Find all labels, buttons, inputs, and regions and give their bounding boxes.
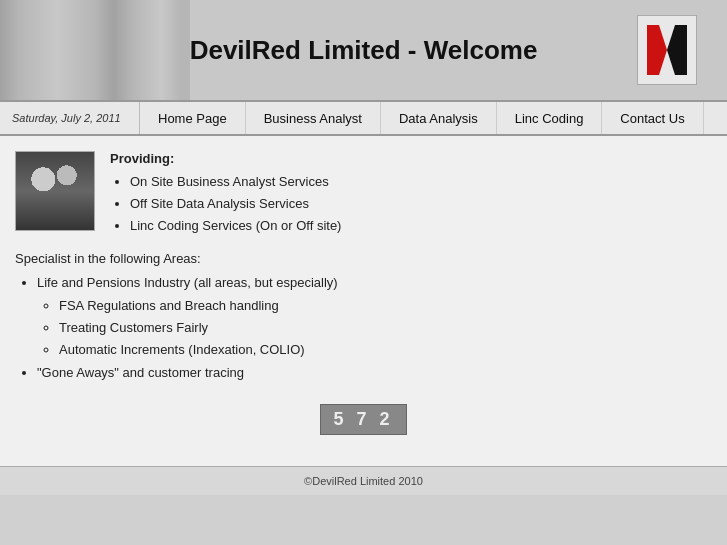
page-wrapper: DevilRed Limited - Welcome Saturday, Jul… [0,0,727,495]
sub-item-2: Treating Customers Fairly [59,317,712,339]
specialist-section: Specialist in the following Areas: Life … [15,251,712,384]
nav-item-linc-coding[interactable]: Linc Coding [497,102,603,134]
counter-box: 5 7 2 [320,404,406,435]
page-title: DevilRed Limited - Welcome [0,35,727,66]
nav-item-contact-us[interactable]: Contact Us [602,102,703,134]
copyright-text: ©DevilRed Limited 2010 [304,475,423,487]
specialist-item-1: Life and Pensions Industry (all areas, b… [37,271,712,361]
counter-area: 5 7 2 [15,404,712,435]
specialist-item-2: "Gone Aways" and customer tracing [37,361,712,384]
providing-label: Providing: [110,151,712,166]
nav-links: Home Page Business Analyst Data Analysis… [140,102,727,134]
content-image [15,151,95,231]
nav-item-business-analyst[interactable]: Business Analyst [246,102,381,134]
logo-inner [647,25,687,75]
bullet-list: On Site Business Analyst Services Off Si… [110,171,712,237]
navbar: Saturday, July 2, 2011 Home Page Busines… [0,100,727,136]
logo-box [637,15,697,85]
content-text: Providing: On Site Business Analyst Serv… [110,151,712,237]
specialist-label: Specialist in the following Areas: [15,251,712,266]
logo-left [647,25,667,75]
sub-item-1: FSA Regulations and Breach handling [59,295,712,317]
specialist-list: Life and Pensions Industry (all areas, b… [15,271,712,384]
sub-list-1: FSA Regulations and Breach handling Trea… [37,295,712,361]
logo-right [667,25,687,75]
header: DevilRed Limited - Welcome [0,0,727,100]
bullet-item-1: On Site Business Analyst Services [130,171,712,193]
nav-item-home[interactable]: Home Page [140,102,246,134]
nav-date: Saturday, July 2, 2011 [0,102,140,134]
footer: ©DevilRed Limited 2010 [0,466,727,495]
nav-item-data-analysis[interactable]: Data Analysis [381,102,497,134]
main-content: Providing: On Site Business Analyst Serv… [0,136,727,466]
sub-item-3: Automatic Increments (Indexation, COLIO) [59,339,712,361]
content-area: Providing: On Site Business Analyst Serv… [15,151,712,237]
bullet-item-3: Linc Coding Services (On or Off site) [130,215,712,237]
bullet-item-2: Off Site Data Analysis Services [130,193,712,215]
